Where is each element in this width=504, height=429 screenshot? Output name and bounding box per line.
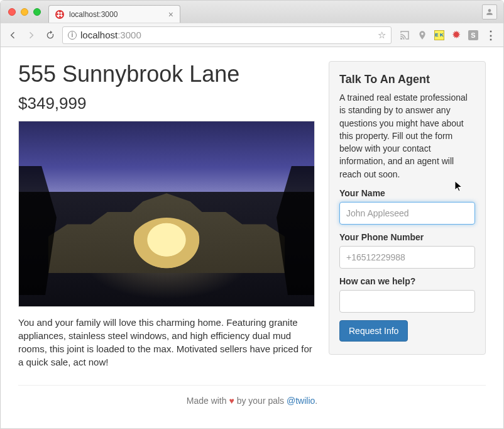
url-host: localhost:3000 <box>80 30 141 40</box>
listing-photo <box>18 121 315 307</box>
window-maximize-button[interactable] <box>33 8 41 16</box>
listing-main: 555 Sunnybrook Lane $349,999 You and you… <box>18 61 315 369</box>
page-content: 555 Sunnybrook Lane $349,999 You and you… <box>1 47 503 428</box>
browser-tab[interactable]: localhost:3000 × <box>48 5 180 23</box>
agent-form-panel: Talk To An Agent A trained real estate p… <box>329 61 486 355</box>
request-info-button[interactable]: Request Info <box>339 320 408 342</box>
sidebar-blurb: A trained real estate professional is st… <box>339 91 475 181</box>
tab-title: localhost:3000 <box>69 10 118 19</box>
help-label: How can we help? <box>339 276 475 286</box>
url-port-text: :3000 <box>118 30 141 40</box>
person-icon <box>485 8 494 16</box>
phone-input[interactable] <box>339 246 475 269</box>
photo-decor <box>277 166 314 296</box>
page-viewport[interactable]: 555 Sunnybrook Lane $349,999 You and you… <box>1 47 503 428</box>
listing-price: $349,999 <box>18 94 315 113</box>
mouse-cursor-icon <box>454 181 463 192</box>
extension-ek-icon[interactable]: E K <box>434 30 444 40</box>
help-input[interactable] <box>339 290 475 313</box>
address-bar[interactable]: i localhost:3000 ☆ <box>62 26 392 44</box>
extension-s-icon[interactable]: S <box>468 30 478 40</box>
footer-mid: by your pals <box>234 396 287 406</box>
name-input[interactable] <box>339 202 475 225</box>
page-footer: Made with ♥ by your pals @twilio. <box>18 396 486 418</box>
window-close-button[interactable] <box>8 8 16 16</box>
sidebar-heading: Talk To An Agent <box>339 73 475 86</box>
url-host-text: localhost <box>80 30 118 40</box>
photo-decor <box>19 166 57 296</box>
window-minimize-button[interactable] <box>21 8 28 16</box>
reload-button[interactable] <box>43 28 57 42</box>
footer-prefix: Made with <box>187 396 229 406</box>
location-icon[interactable] <box>417 30 428 41</box>
tab-favicon-icon <box>55 10 64 19</box>
profile-avatar-button[interactable] <box>482 4 497 20</box>
browser-window: localhost:3000 × i localhost:3000 ☆ E K … <box>0 0 504 429</box>
extension-icons: E K ✹ S ⋮ <box>397 30 498 41</box>
chrome-menu-button[interactable]: ⋮ <box>485 30 496 41</box>
listing-title: 555 Sunnybrook Lane <box>18 61 315 87</box>
back-button[interactable] <box>6 28 19 42</box>
heart-icon: ♥ <box>229 396 234 406</box>
footer-divider <box>18 385 486 386</box>
toolbar: i localhost:3000 ☆ E K ✹ S ⋮ <box>1 23 503 47</box>
phone-label: Your Phone Number <box>339 232 475 242</box>
twilio-link[interactable]: @twilio <box>287 396 315 406</box>
site-info-icon[interactable]: i <box>68 31 77 40</box>
bookmark-star-icon[interactable]: ☆ <box>378 30 386 41</box>
footer-suffix: . <box>315 396 317 406</box>
cast-icon[interactable] <box>399 30 410 41</box>
window-controls <box>8 8 41 16</box>
tab-bar: localhost:3000 × <box>1 1 503 23</box>
forward-button[interactable] <box>25 28 38 42</box>
listing-description: You and your family will love this charm… <box>18 316 315 369</box>
tab-close-button[interactable]: × <box>168 9 173 20</box>
extension-burst-icon[interactable]: ✹ <box>451 30 462 41</box>
